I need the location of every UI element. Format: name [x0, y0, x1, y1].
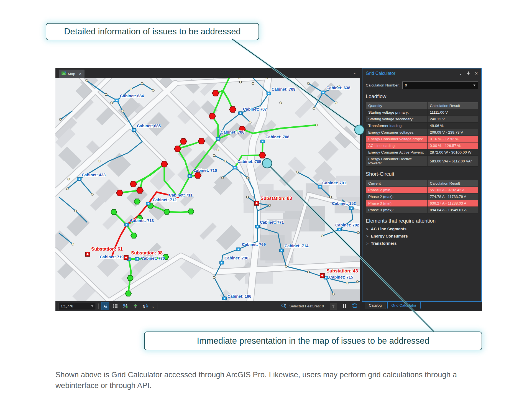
node-marker[interactable] — [356, 281, 359, 283]
map-canvas[interactable]: Cabinet: 684Cabinet: 709Cabinet: 638Cabi… — [55, 78, 360, 301]
node-marker[interactable] — [213, 154, 215, 157]
node-marker[interactable] — [91, 193, 93, 195]
cabinet-marker-dot — [133, 129, 135, 131]
pause-drawing-button[interactable] — [343, 304, 346, 308]
node-marker[interactable] — [249, 121, 251, 123]
node-marker[interactable] — [335, 102, 337, 104]
node-marker[interactable] — [59, 118, 62, 121]
node-marker[interactable] — [285, 265, 287, 267]
node-marker[interactable] — [321, 235, 323, 237]
editing-tools-button[interactable] — [122, 302, 129, 310]
node-marker[interactable] — [280, 102, 282, 104]
short-circuit-row: Phase 2 (max):774.78 A - 11733.79 A — [366, 193, 478, 200]
node-marker[interactable] — [224, 160, 226, 162]
pin-icon[interactable] — [467, 71, 470, 76]
node-marker[interactable] — [268, 204, 271, 206]
consumer-hexagon-alert[interactable] — [198, 138, 205, 144]
node-marker[interactable] — [329, 196, 332, 198]
consumer-hexagon-ok[interactable] — [111, 209, 117, 215]
expand-chevron-icon[interactable]: > — [366, 241, 369, 246]
grid-map[interactable]: Cabinet: 684Cabinet: 709Cabinet: 638Cabi… — [55, 78, 360, 301]
node-marker[interactable] — [152, 89, 154, 91]
tab-map[interactable]: Map ✕ — [59, 70, 85, 78]
row-value: 894.64 A - 13549.01 A — [428, 207, 478, 213]
consumer-hexagon-alert[interactable] — [130, 181, 137, 187]
node-marker[interactable] — [217, 149, 219, 151]
grid-toggle-button[interactable] — [112, 302, 119, 310]
consumer-hexagon-ok[interactable] — [134, 199, 140, 204]
node-marker[interactable] — [68, 178, 70, 180]
consumer-hexagon-ok[interactable] — [127, 275, 133, 281]
consumer-hexagon-alert[interactable] — [212, 90, 219, 96]
snapping-button[interactable] — [132, 302, 139, 310]
node-marker[interactable] — [246, 177, 249, 179]
cabinet-marker-dot — [217, 138, 219, 139]
node-marker[interactable] — [313, 107, 315, 109]
row-label: Starting voltage secondary: — [366, 116, 428, 123]
node-marker[interactable] — [332, 293, 334, 295]
consumer-hexagon-ok[interactable] — [131, 233, 137, 238]
node-marker[interactable] — [296, 171, 298, 173]
node-marker[interactable] — [221, 177, 224, 179]
consumer-hexagon-alert[interactable] — [229, 107, 236, 113]
attention-item-transformers[interactable]: >Transformers — [366, 241, 477, 246]
node-marker[interactable] — [122, 110, 124, 112]
consumer-hexagon-ok[interactable] — [125, 291, 131, 296]
attention-item-ac-line-segments[interactable]: >AC Line Segments — [366, 227, 477, 231]
row-label: Starting voltage primary: — [366, 109, 428, 116]
row-value: 0.16 % - 12.92 % — [428, 136, 478, 142]
calculation-number-select[interactable]: 0 — [402, 81, 478, 89]
panel-tab-catalog[interactable]: Catalog — [365, 302, 386, 309]
node-marker[interactable] — [266, 78, 268, 79]
node-marker[interactable] — [307, 271, 310, 273]
node-marker[interactable] — [246, 196, 249, 198]
consumer-hexagon-ok[interactable] — [164, 209, 170, 214]
consumer-hexagon-alert[interactable] — [209, 113, 216, 119]
consumer-hexagon-alert[interactable] — [174, 146, 181, 152]
node-marker[interactable] — [86, 80, 88, 82]
refresh-button[interactable] — [352, 303, 357, 309]
loadflow-heading: Loadflow — [366, 93, 478, 100]
close-icon[interactable]: ✕ — [475, 71, 478, 76]
node-marker[interactable] — [141, 82, 143, 85]
node-marker[interactable] — [72, 243, 74, 245]
consumer-hexagon-ok[interactable] — [188, 209, 194, 214]
node-marker[interactable] — [213, 276, 215, 279]
node-marker[interactable] — [346, 282, 348, 284]
grid-calculator-panel: Grid Calculator ⌄ ✕ Calculation Number: … — [362, 68, 482, 302]
row-value: 551.03 A - 9732.42 A — [428, 187, 478, 193]
node-marker[interactable] — [238, 78, 240, 79]
chevron-down-icon[interactable]: ⌄ — [353, 70, 356, 75]
consumer-hexagon-alert[interactable] — [195, 173, 201, 179]
consumer-hexagon-alert[interactable] — [116, 190, 123, 196]
select-features-button[interactable] — [101, 302, 109, 310]
node-marker[interactable] — [98, 160, 100, 162]
consumer-hexagon-alert[interactable] — [137, 188, 143, 193]
expand-chevron-icon[interactable]: > — [366, 234, 369, 238]
statusbar-right: Selected Features: 0 — [278, 303, 357, 310]
chevron-down-icon[interactable]: ⌄ — [152, 304, 155, 309]
consumer-hexagon-alert[interactable] — [161, 161, 168, 167]
expand-chevron-icon[interactable]: > — [366, 227, 369, 231]
node-marker[interactable] — [316, 124, 318, 126]
close-icon[interactable]: ✕ — [79, 72, 82, 76]
node-marker[interactable] — [239, 81, 242, 83]
chevron-down-icon[interactable]: ⌄ — [459, 71, 462, 76]
map-scale-select[interactable]: 1:1,776 — [58, 303, 96, 310]
node-marker[interactable] — [105, 93, 107, 96]
node-marker[interactable] — [130, 88, 132, 90]
node-marker[interactable] — [307, 82, 310, 85]
node-marker[interactable] — [75, 210, 77, 212]
cabinet-marker-dot — [116, 100, 117, 101]
cabinet-marker-dot — [319, 186, 321, 187]
consumer-hexagon-alert[interactable] — [259, 152, 266, 158]
node-marker[interactable] — [66, 188, 68, 190]
node-marker[interactable] — [111, 102, 113, 104]
node-marker[interactable] — [252, 82, 254, 85]
node-marker[interactable] — [357, 231, 359, 234]
selection-constraint-button[interactable] — [330, 303, 337, 310]
north-arrow-button[interactable]: N — [142, 302, 149, 310]
consumer-hexagon-alert[interactable] — [180, 139, 187, 144]
panel-tab-grid-calculator[interactable]: Grid Calculator — [387, 302, 421, 309]
attention-item-energy-consumers[interactable]: >Energy Consumers — [366, 234, 477, 238]
